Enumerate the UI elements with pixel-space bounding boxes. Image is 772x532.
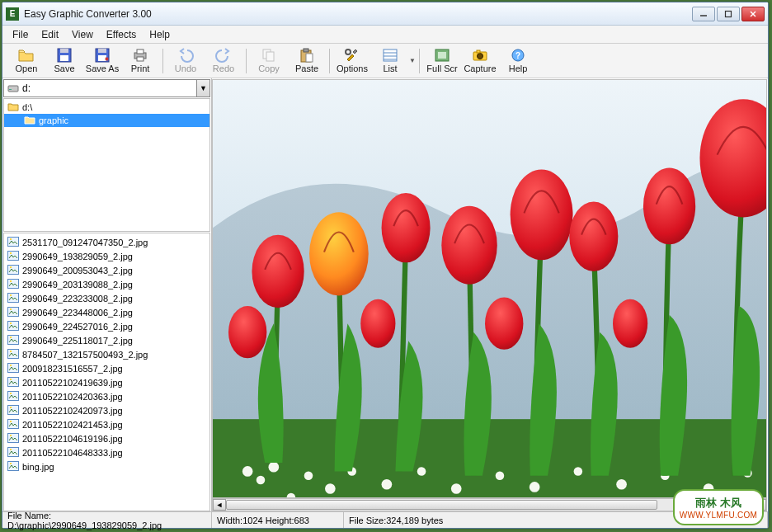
maximize-button[interactable] xyxy=(717,7,740,21)
image-file-icon xyxy=(7,433,19,445)
svg-point-61 xyxy=(10,435,12,436)
drive-select[interactable]: d: ▼ xyxy=(3,79,210,97)
status-dimensions: Width:1024 Height:683 xyxy=(212,512,344,528)
menu-help[interactable]: Help xyxy=(143,26,177,43)
image-file-icon xyxy=(7,391,19,403)
toolbar-label: Print xyxy=(131,64,150,73)
menu-edit[interactable]: Edit xyxy=(35,26,65,43)
file-item[interactable]: 20110522104619196.jpg xyxy=(6,431,208,445)
file-item[interactable]: 2990649_200953043_2.jpg xyxy=(6,263,208,277)
svg-rect-24 xyxy=(438,52,446,59)
file-item[interactable]: 8784507_132157500493_2.jpg xyxy=(6,347,208,361)
svg-text:?: ? xyxy=(515,51,520,60)
svg-rect-32 xyxy=(8,237,19,246)
svg-point-57 xyxy=(10,407,12,408)
toolbar-list-button[interactable]: List xyxy=(371,45,409,76)
file-item[interactable]: 2990649_224527016_2.jpg xyxy=(6,319,208,333)
svg-point-90 xyxy=(309,212,369,295)
file-item[interactable]: 20110522102420363.jpg xyxy=(6,389,208,403)
toolbar-full-scr-button[interactable]: Full Scr xyxy=(423,45,461,76)
file-item[interactable]: 2531170_091247047350_2.jpg xyxy=(6,235,208,249)
toolbar-capture-button[interactable]: Capture xyxy=(461,45,499,76)
svg-point-39 xyxy=(10,280,12,282)
file-item[interactable]: 200918231516557_2.jpg xyxy=(6,361,208,375)
scroll-left-button[interactable]: ◄ xyxy=(213,499,226,511)
undo-icon xyxy=(177,48,194,63)
toolbar-label: Help xyxy=(509,64,528,73)
file-item[interactable]: 20110522102419639.jpg xyxy=(6,375,208,389)
menu-view[interactable]: View xyxy=(65,26,100,43)
titlebar: E Easy Graphic Converter 3.00 xyxy=(2,2,768,26)
svg-rect-50 xyxy=(8,363,19,372)
redo-icon xyxy=(215,48,232,63)
drive-select-body[interactable]: d: xyxy=(4,80,196,97)
svg-point-78 xyxy=(530,482,540,492)
toolbar-label: Full Scr xyxy=(426,64,457,73)
svg-rect-54 xyxy=(8,391,19,400)
file-list[interactable]: 2531170_091247047350_2.jpg2990649_193829… xyxy=(3,233,210,511)
menu-effects[interactable]: Effects xyxy=(100,26,143,43)
toolbar-label: Open xyxy=(16,64,38,73)
svg-point-92 xyxy=(441,206,497,285)
file-item[interactable]: 2990649_203139088_2.jpg xyxy=(6,277,208,291)
image-file-icon xyxy=(7,293,19,304)
toolbar-list-dropdown[interactable]: ▼ xyxy=(409,57,416,64)
svg-rect-58 xyxy=(8,419,19,428)
svg-point-65 xyxy=(10,463,12,464)
folder-graphic[interactable]: graphic xyxy=(4,114,209,127)
file-item[interactable]: 2990649_223448006_2.jpg xyxy=(6,305,208,319)
close-button[interactable] xyxy=(741,7,765,21)
drive-label: d: xyxy=(22,82,31,94)
toolbar-open-button[interactable]: Open xyxy=(7,45,45,76)
menu-file[interactable]: File xyxy=(6,26,35,43)
app-window: E Easy Graphic Converter 3.00 FileEditVi… xyxy=(2,2,769,529)
toolbar-label: List xyxy=(383,64,397,73)
preview-canvas[interactable] xyxy=(212,79,767,498)
minimize-button[interactable] xyxy=(692,7,715,21)
drive-dropdown-button[interactable]: ▼ xyxy=(196,80,209,97)
file-name: 20110522102420973.jpg xyxy=(22,406,123,416)
file-name: 8784507_132157500493_2.jpg xyxy=(22,350,148,360)
file-name: 2990649_225118017_2.jpg xyxy=(22,336,133,346)
file-name: 20110522104648333.jpg xyxy=(22,448,123,458)
svg-point-100 xyxy=(485,298,523,350)
file-name: 2990649_223233008_2.jpg xyxy=(22,294,133,304)
app-icon: E xyxy=(6,7,19,21)
toolbar-paste-button[interactable]: Paste xyxy=(288,45,326,76)
file-name: 20110522104619196.jpg xyxy=(22,434,123,444)
folder-d[interactable]: d:\ xyxy=(4,101,209,114)
menubar: FileEditViewEffectsHelp xyxy=(2,26,768,44)
statusbar: File Name: D:\graphic\2990649_193829059_… xyxy=(2,511,768,528)
toolbar-options-button[interactable]: Options xyxy=(333,45,371,76)
svg-point-26 xyxy=(478,54,483,59)
file-item[interactable]: bing.jpg xyxy=(6,459,208,473)
file-item[interactable]: 20110522102420973.jpg xyxy=(6,403,208,417)
svg-point-49 xyxy=(10,351,12,352)
file-item[interactable]: 2990649_193829059_2.jpg xyxy=(6,249,208,263)
toolbar-help-button[interactable]: ?Help xyxy=(499,45,537,76)
toolbar-label: Save As xyxy=(86,64,119,73)
toolbar-print-button[interactable]: Print xyxy=(121,45,159,76)
folder-tree[interactable]: d:\graphic xyxy=(3,98,210,232)
file-item[interactable]: 2990649_223233008_2.jpg xyxy=(6,291,208,305)
workspace: d: ▼ d:\graphic 2531170_091247047350_2.j… xyxy=(2,78,768,511)
scroll-thumb[interactable] xyxy=(226,500,657,510)
drive-icon xyxy=(7,83,19,93)
toolbar-label: Redo xyxy=(213,64,234,73)
image-file-icon xyxy=(7,251,19,262)
toolbar-save-as-button[interactable]: Save As xyxy=(83,45,121,76)
file-item[interactable]: 20110522102421453.jpg xyxy=(6,417,208,431)
file-name: 2990649_224527016_2.jpg xyxy=(22,322,133,332)
svg-point-33 xyxy=(10,238,12,240)
svg-point-59 xyxy=(10,421,12,422)
svg-point-43 xyxy=(10,308,12,310)
svg-point-101 xyxy=(613,299,647,348)
svg-point-37 xyxy=(10,266,12,268)
file-item[interactable]: 2990649_225118017_2.jpg xyxy=(6,333,208,347)
image-file-icon xyxy=(7,349,19,360)
file-name: 2990649_193829059_2.jpg xyxy=(22,252,133,261)
file-name: 200918231516557_2.jpg xyxy=(22,364,123,374)
file-item[interactable]: 20110522104648333.jpg xyxy=(6,445,208,459)
image-file-icon xyxy=(7,377,19,388)
toolbar-save-button[interactable]: Save xyxy=(45,45,83,76)
